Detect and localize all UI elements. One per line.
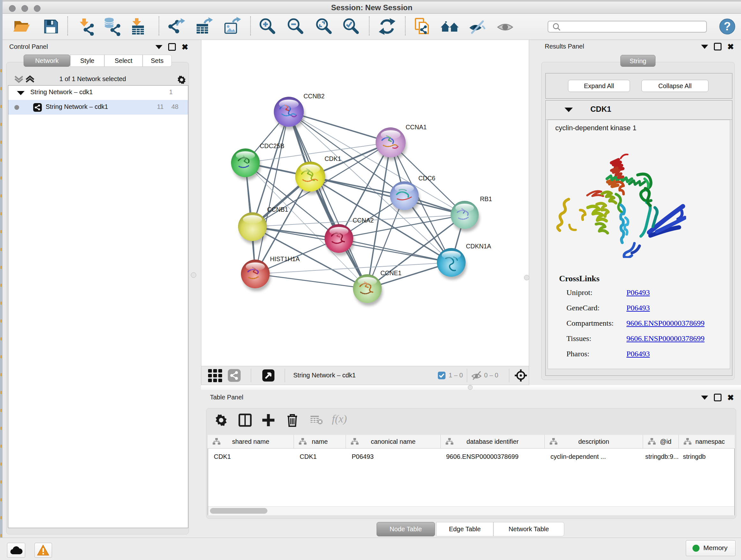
svg-text:RB1: RB1 [480, 195, 492, 202]
svg-text:CDC6: CDC6 [418, 175, 435, 182]
svg-text:CCNA1: CCNA1 [406, 124, 427, 131]
svg-text:CCNA2: CCNA2 [353, 217, 374, 224]
svg-text:CCNE1: CCNE1 [381, 269, 401, 276]
svg-text:CDKN1A: CDKN1A [466, 243, 491, 250]
svg-text:?: ? [724, 20, 731, 33]
svg-text:CDK1: CDK1 [325, 155, 341, 162]
svg-text:HIST1H1A: HIST1H1A [270, 255, 300, 262]
svg-text:CCNB1: CCNB1 [267, 206, 288, 213]
svg-text:CCNB2: CCNB2 [304, 92, 325, 100]
svg-text:CDC25B: CDC25B [260, 142, 284, 149]
